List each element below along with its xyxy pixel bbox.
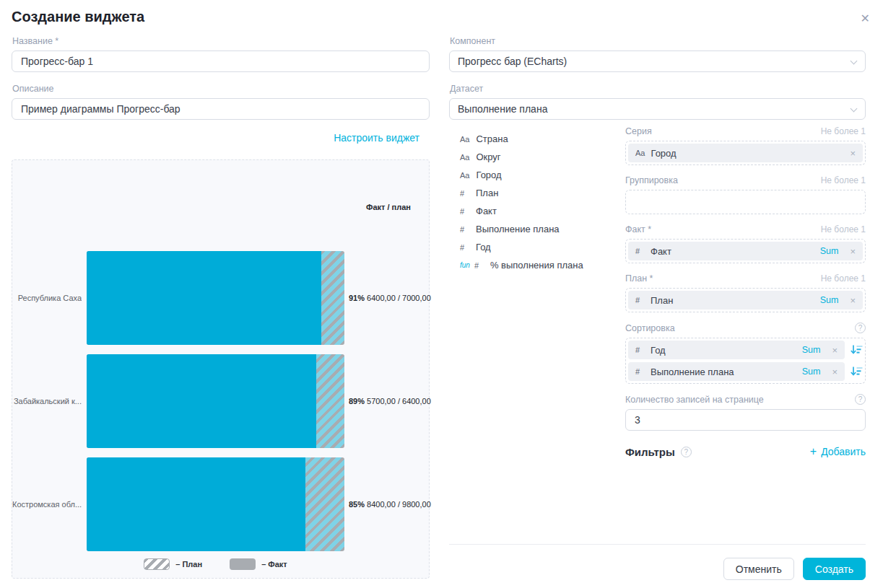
field-list-item[interactable]: AaСтрана	[460, 130, 625, 148]
number-icon: #	[635, 367, 645, 376]
field-label: Город	[476, 170, 501, 180]
add-filter-button[interactable]: + Добавить	[810, 445, 866, 458]
bar-value-label: 85% 8400,00 / 9800,00	[349, 500, 431, 509]
widget-description-input[interactable]	[12, 98, 430, 120]
dialog-title: Создание виджета	[12, 9, 144, 25]
chart-bar-row: Забайкальский к...89% 5700,00 / 6400,00	[12, 354, 429, 448]
plan-swatch-icon	[144, 558, 170, 570]
plan-slot: План * Не более 1 # План Sum ×	[625, 273, 866, 312]
text-icon: Aa	[460, 153, 469, 162]
aggregation-link[interactable]: Sum	[802, 345, 821, 355]
number-icon: #	[460, 243, 469, 252]
widget-name-label: Название *	[12, 36, 430, 46]
chart-bar-row: Костромская обл...85% 8400,00 / 9800,00	[12, 457, 429, 551]
dataset-select-box	[449, 98, 866, 120]
dataset-label: Датасет	[450, 84, 866, 94]
category-label: Республика Саха	[12, 294, 82, 302]
chart-title: Факт / план	[366, 203, 411, 211]
remove-icon[interactable]: ×	[850, 246, 856, 257]
remove-icon[interactable]: ×	[832, 345, 838, 356]
left-column: Название * Описание Настроить виджет Фак…	[12, 36, 430, 579]
close-icon[interactable]: ✕	[861, 13, 870, 25]
grouping-slot: Группировка Не более 1	[625, 175, 866, 214]
field-label: Год	[476, 242, 491, 253]
bar-value-label: 89% 5700,00 / 6400,00	[349, 397, 431, 405]
configure-link-row: Настроить виджет	[12, 131, 430, 144]
component-select-box	[449, 51, 866, 72]
field-label: Округ	[476, 152, 500, 162]
text-icon: Aa	[460, 171, 469, 180]
widget-name-input[interactable]	[12, 51, 430, 72]
sorting-row: # Год Sum ×	[628, 341, 863, 359]
grouping-limit: Не более 1	[821, 175, 866, 185]
grouping-label: Группировка	[625, 175, 678, 185]
fact-swatch-icon	[230, 558, 256, 570]
fact-dropzone[interactable]: # Факт Sum ×	[625, 239, 866, 263]
grouping-dropzone[interactable]	[625, 190, 866, 214]
field-list-item[interactable]: #Факт	[460, 202, 625, 220]
fact-bar-fill	[87, 457, 305, 551]
plan-chip[interactable]: # План Sum ×	[628, 291, 863, 310]
field-list-item[interactable]: fun#% выполнения плана	[460, 256, 625, 274]
sorting-chip[interactable]: # Выполнение плана Sum ×	[628, 362, 845, 381]
field-label: Страна	[476, 133, 508, 144]
aggregation-link[interactable]: Sum	[820, 246, 839, 256]
page-size-input[interactable]	[625, 409, 866, 431]
cancel-button[interactable]: Отменить	[723, 558, 794, 580]
plan-dropzone[interactable]: # План Sum ×	[625, 288, 866, 312]
number-icon: #	[635, 247, 645, 255]
field-list-item[interactable]: AaОкруг	[460, 148, 625, 166]
legend-label: – План	[175, 560, 202, 569]
filters-section: Фильтры ? + Добавить	[625, 445, 866, 458]
chip-label: Выполнение плана	[651, 367, 796, 377]
series-chip[interactable]: Aa Город ×	[628, 144, 863, 162]
field-label: План	[476, 188, 498, 198]
field-list-item[interactable]: #План	[460, 184, 625, 202]
component-select[interactable]: Прогресс бар (ECharts)	[449, 51, 866, 72]
number-icon: #	[460, 189, 469, 198]
field-label: Факт	[476, 206, 497, 216]
field-list-item[interactable]: #Выполнение плана	[460, 220, 625, 238]
chip-label: Год	[651, 345, 796, 356]
page-size-slot: Количество записей на странице ?	[625, 394, 866, 431]
chart-rows: Республика Саха91% 6400,00 / 7000,00Заба…	[12, 251, 429, 561]
fact-label: Факт *	[625, 224, 651, 234]
create-button[interactable]: Создать	[803, 558, 866, 580]
configure-widget-link[interactable]: Настроить виджет	[334, 132, 419, 144]
remove-icon[interactable]: ×	[832, 367, 838, 377]
plus-icon: +	[810, 445, 817, 458]
mapping-config: Серия Не более 1 Aa Город × Группировка	[625, 126, 866, 458]
aggregation-link[interactable]: Sum	[820, 295, 839, 305]
series-limit: Не более 1	[821, 126, 866, 136]
fact-slot: Факт * Не более 1 # Факт Sum ×	[625, 224, 866, 263]
chip-label: Город	[651, 148, 844, 159]
function-icon: fun	[460, 261, 470, 269]
dialog-footer: Отменить Создать	[723, 558, 866, 580]
remove-icon[interactable]: ×	[850, 295, 856, 306]
series-label: Серия	[625, 126, 652, 136]
help-icon[interactable]: ?	[855, 394, 866, 405]
plan-bar	[87, 457, 344, 551]
sorting-chip[interactable]: # Год Sum ×	[628, 341, 845, 359]
sort-descending-icon[interactable]	[850, 344, 863, 356]
fact-bar-fill	[87, 251, 321, 345]
sort-descending-icon[interactable]	[850, 366, 863, 377]
fact-chip[interactable]: # Факт Sum ×	[628, 242, 863, 260]
number-icon: #	[460, 207, 469, 216]
aggregation-link[interactable]: Sum	[802, 367, 821, 377]
dataset-select[interactable]: Выполнение плана	[449, 98, 866, 120]
dataset-field-list: AaСтранаAaОкругAaГород#План#Факт#Выполне…	[449, 126, 625, 458]
footer-divider	[449, 544, 866, 545]
help-icon[interactable]: ?	[855, 322, 866, 333]
number-icon: #	[635, 346, 645, 354]
sorting-dropzone[interactable]: # Год Sum ×	[625, 338, 866, 384]
help-icon[interactable]: ?	[681, 447, 692, 457]
remove-icon[interactable]: ×	[850, 148, 856, 159]
widget-description-label: Описание	[12, 84, 430, 94]
legend-label: – Факт	[261, 560, 287, 569]
field-list-item[interactable]: AaГород	[460, 166, 625, 184]
series-dropzone[interactable]: Aa Город ×	[625, 141, 866, 165]
field-list-item[interactable]: #Год	[460, 238, 625, 256]
legend-item: – Факт	[230, 558, 287, 570]
number-icon: #	[635, 296, 645, 304]
